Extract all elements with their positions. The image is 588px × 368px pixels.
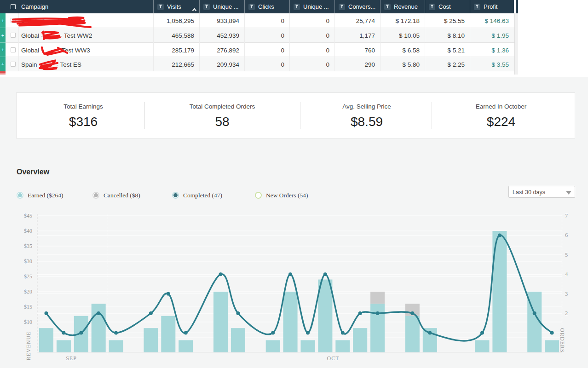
- svg-text:ORDERS: ORDERS: [559, 328, 565, 352]
- svg-text:2: 2: [565, 310, 568, 316]
- svg-text:$45: $45: [24, 213, 32, 219]
- svg-text:SEP: SEP: [66, 355, 77, 362]
- svg-text:$30: $30: [24, 258, 32, 264]
- svg-text:5: 5: [565, 252, 568, 258]
- svg-text:7: 7: [565, 213, 568, 219]
- svg-text:$20: $20: [24, 288, 32, 295]
- svg-text:6: 6: [565, 232, 568, 238]
- svg-text:$10: $10: [24, 319, 32, 325]
- svg-text:3: 3: [565, 291, 568, 297]
- svg-text:4: 4: [565, 271, 568, 277]
- svg-text:OCT: OCT: [327, 355, 340, 362]
- svg-text:$15: $15: [24, 304, 32, 310]
- svg-text:$40: $40: [24, 228, 32, 234]
- svg-text:$35: $35: [24, 243, 32, 249]
- svg-text:REVENUE: REVENUE: [25, 332, 32, 361]
- svg-text:$25: $25: [24, 273, 32, 280]
